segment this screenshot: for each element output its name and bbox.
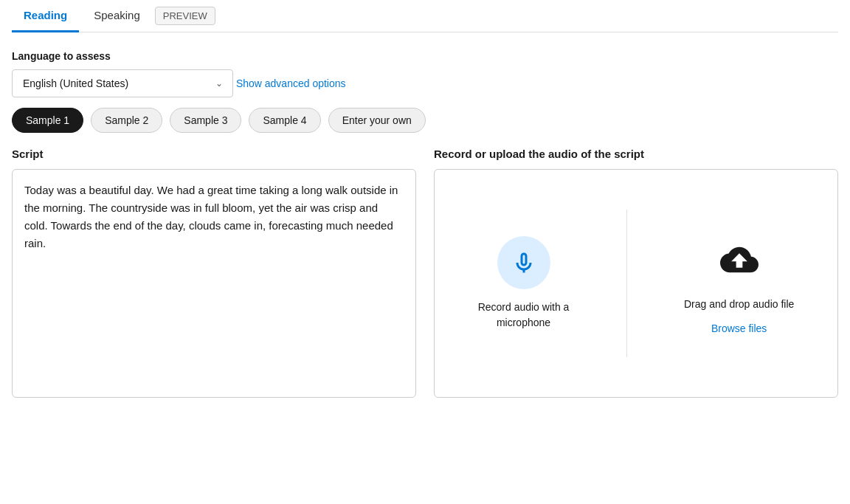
- script-title: Script: [12, 148, 416, 160]
- vertical-divider: [626, 210, 627, 357]
- language-label: Language to assess: [12, 50, 838, 62]
- language-dropdown-wrapper: English (United States) Spanish French G…: [12, 69, 233, 97]
- record-audio-label: Record audio with amicrophone: [478, 300, 570, 331]
- tabs-bar: Reading Speaking PREVIEW: [12, 0, 838, 32]
- advanced-options-link[interactable]: Show advanced options: [236, 77, 346, 89]
- pill-sample3[interactable]: Sample 3: [170, 108, 241, 133]
- tab-preview[interactable]: PREVIEW: [155, 7, 215, 25]
- browse-files-link[interactable]: Browse files: [711, 322, 767, 334]
- script-section: Script Today was a beautiful day. We had…: [12, 148, 416, 398]
- microphone-icon: [511, 249, 537, 276]
- mic-icon-wrapper: [497, 236, 550, 289]
- audio-title: Record or upload the audio of the script: [434, 148, 838, 160]
- audio-section: Record or upload the audio of the script…: [434, 148, 838, 398]
- sample-pills: Sample 1 Sample 2 Sample 3 Sample 4 Ente…: [12, 108, 838, 133]
- pill-sample4[interactable]: Sample 4: [249, 108, 320, 133]
- record-audio-option[interactable]: Record audio with amicrophone: [478, 236, 570, 331]
- tab-reading[interactable]: Reading: [12, 0, 79, 32]
- upload-audio-label: Drag and drop audio file: [684, 297, 794, 312]
- pill-enter-own[interactable]: Enter your own: [328, 108, 426, 133]
- upload-audio-option[interactable]: Drag and drop audio file Browse files: [684, 233, 794, 334]
- upload-icon-wrapper: [713, 233, 766, 286]
- pill-sample1[interactable]: Sample 1: [12, 108, 83, 133]
- script-text: Today was a beautiful day. We had a grea…: [12, 169, 416, 398]
- cloud-upload-icon: [720, 241, 759, 279]
- tab-speaking[interactable]: Speaking: [82, 0, 152, 32]
- language-dropdown[interactable]: English (United States) Spanish French G…: [12, 69, 233, 97]
- audio-upload-area: Record audio with amicrophone Drag and d…: [434, 169, 838, 398]
- main-content: Script Today was a beautiful day. We had…: [12, 148, 838, 398]
- pill-sample2[interactable]: Sample 2: [91, 108, 162, 133]
